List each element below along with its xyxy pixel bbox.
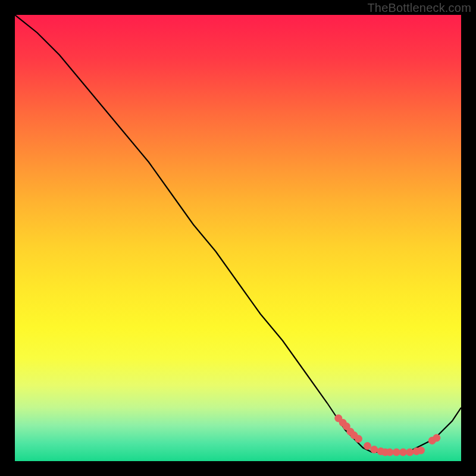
data-point <box>386 449 394 456</box>
data-point <box>393 449 400 456</box>
data-point <box>370 446 378 453</box>
plot-area <box>15 15 461 461</box>
watermark-text: TheBottleneck.com <box>367 1 471 15</box>
marker-group <box>334 415 440 456</box>
curve-line <box>15 15 461 452</box>
chart-svg <box>15 15 461 461</box>
chart-container: TheBottleneck.com <box>0 0 476 476</box>
data-point <box>399 449 407 456</box>
data-point <box>433 434 440 442</box>
data-point <box>417 447 425 455</box>
data-point <box>355 435 362 443</box>
data-point <box>364 442 371 450</box>
data-point <box>406 449 414 456</box>
